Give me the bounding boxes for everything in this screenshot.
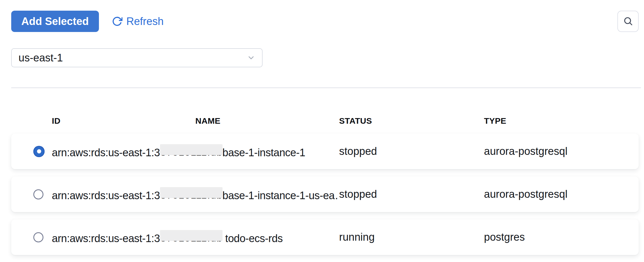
- instance-id-prefix: arn:aws:rds:us-east-1:3: [52, 233, 160, 244]
- table-row[interactable]: arn:aws:rds:us-east-1:357010111:db: todo…: [11, 219, 639, 255]
- divider: [11, 88, 641, 88]
- redacted-text: 57010111:db:: [160, 230, 223, 244]
- redacted-text: 57010111:db:data: [160, 144, 223, 158]
- instance-id: arn:aws:rds:us-east-1:357010111:db:datab…: [52, 144, 339, 159]
- instance-type: aurora-postgresql: [484, 188, 639, 200]
- col-header-status: STATUS: [339, 116, 484, 126]
- chevron-down-icon: [247, 54, 255, 62]
- instance-id-prefix: arn:aws:rds:us-east-1:3: [52, 190, 160, 201]
- col-header-type: TYPE: [484, 116, 639, 126]
- rds-instance-picker: Add Selected Refresh us-east-: [0, 0, 644, 255]
- toolbar-left: Add Selected Refresh: [11, 11, 164, 32]
- table-row[interactable]: arn:aws:rds:us-east-1:357010111:db:datab…: [11, 134, 639, 169]
- radio-cell: [11, 146, 52, 157]
- radio-selected[interactable]: [33, 146, 45, 157]
- instance-id-suffix: todo-ecs-rds: [223, 233, 283, 244]
- radio-unselected[interactable]: [33, 189, 43, 199]
- region-select-value: us-east-1: [18, 52, 63, 64]
- table-header: ID NAME STATUS TYPE: [11, 116, 639, 126]
- radio-cell: [11, 232, 52, 242]
- refresh-button[interactable]: Refresh: [112, 11, 164, 32]
- redaction-cover: [160, 144, 223, 155]
- instance-id-suffix: base-1-instance-1-us-ea…: [223, 190, 339, 201]
- toolbar: Add Selected Refresh: [0, 0, 644, 32]
- instance-status: stopped: [339, 145, 484, 157]
- instance-id-suffix: base-1-instance-1: [223, 147, 305, 158]
- instance-id: arn:aws:rds:us-east-1:357010111:db: todo…: [52, 230, 339, 245]
- instance-type: aurora-postgresql: [484, 145, 639, 157]
- instance-list: arn:aws:rds:us-east-1:357010111:db:datab…: [11, 134, 639, 255]
- search-icon: [623, 16, 633, 27]
- col-header-spacer: [11, 116, 52, 126]
- instance-id-prefix: arn:aws:rds:us-east-1:3: [52, 147, 160, 158]
- instance-status: stopped: [339, 188, 484, 200]
- instance-type: postgres: [484, 231, 639, 243]
- radio-unselected[interactable]: [33, 232, 43, 242]
- redaction-cover: [160, 230, 223, 241]
- redacted-text: 57010111:db:data: [160, 187, 223, 201]
- instance-id: arn:aws:rds:us-east-1:357010111:db:datab…: [52, 187, 339, 202]
- refresh-label: Refresh: [126, 15, 164, 27]
- radio-cell: [11, 189, 52, 199]
- instance-status: running: [339, 231, 484, 243]
- col-header-id: ID: [52, 116, 195, 126]
- search-button[interactable]: [617, 11, 639, 32]
- region-select[interactable]: us-east-1: [11, 48, 263, 67]
- col-header-name: NAME: [195, 116, 339, 126]
- add-selected-button[interactable]: Add Selected: [11, 11, 99, 32]
- refresh-icon: [112, 16, 122, 27]
- table-row[interactable]: arn:aws:rds:us-east-1:357010111:db:datab…: [11, 176, 639, 212]
- redaction-cover: [160, 187, 223, 198]
